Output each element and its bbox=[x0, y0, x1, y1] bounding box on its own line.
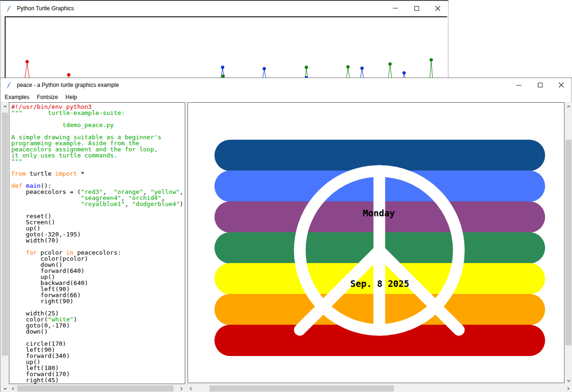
chevron-right-icon bbox=[566, 387, 570, 391]
code-line: from turtle import * bbox=[11, 171, 185, 177]
menu-item-examples[interactable]: Examples bbox=[1, 93, 33, 101]
chevron-down-icon bbox=[567, 379, 571, 383]
code-scrollbar-horizontal[interactable] bbox=[9, 385, 185, 392]
back-window: Python Turtle Graphics bbox=[0, 0, 449, 78]
scrollbar-thumb[interactable] bbox=[565, 140, 572, 345]
sprout-figure bbox=[388, 63, 392, 79]
minimize-icon bbox=[393, 8, 398, 8]
scroll-left-button[interactable] bbox=[9, 385, 17, 392]
chevron-left-icon bbox=[11, 387, 15, 391]
sprout-figure bbox=[305, 66, 308, 79]
menu-item-help[interactable]: Help bbox=[62, 93, 81, 101]
sprout-figure bbox=[25, 60, 29, 79]
code-scrollbar-vertical[interactable] bbox=[1, 102, 9, 385]
scroll-right-button[interactable] bbox=[564, 385, 572, 392]
scroll-up-button[interactable] bbox=[1, 102, 9, 110]
sprout-figure bbox=[346, 65, 350, 79]
canvas-text-label: Monday bbox=[363, 208, 395, 218]
chevron-right-icon bbox=[180, 387, 183, 391]
chevron-down-icon bbox=[3, 387, 7, 391]
code-line: """ turtle-example-suite: bbox=[11, 110, 185, 116]
code-line: """ bbox=[11, 158, 185, 164]
chevron-up-icon bbox=[3, 105, 7, 108]
code-scroll-down-button[interactable] bbox=[1, 385, 9, 392]
code-line: width(70) bbox=[11, 237, 185, 243]
scroll-left-button[interactable] bbox=[187, 385, 195, 392]
tk-feather-icon bbox=[6, 5, 13, 12]
code-line: right(90) bbox=[11, 298, 185, 304]
close-icon bbox=[558, 82, 564, 88]
front-minimize-button[interactable] bbox=[508, 78, 529, 92]
minimize-icon bbox=[516, 85, 521, 86]
code-text: #!/usr/bin/env python3""" turtle-example… bbox=[9, 103, 185, 384]
front-maximize-button[interactable] bbox=[529, 78, 550, 92]
scroll-up-button[interactable] bbox=[565, 102, 572, 110]
front-window-title: peace - a Python turtle graphics example bbox=[17, 82, 119, 88]
desktop: Python Turtle Graphics peace - a Python … bbox=[0, 0, 572, 392]
sprout-figure bbox=[221, 66, 225, 79]
canvas-scrollbar-horizontal[interactable] bbox=[187, 385, 572, 392]
back-minimize-button[interactable] bbox=[385, 1, 406, 15]
menu-item-fontsize[interactable]: Fontsize bbox=[33, 93, 62, 101]
peace-drawing: MondaySep. 8 2025 bbox=[188, 103, 564, 383]
chevron-left-icon bbox=[189, 387, 193, 391]
scrollbar-thumb[interactable] bbox=[17, 385, 174, 392]
scrollbar-thumb[interactable] bbox=[210, 385, 394, 392]
back-titlebar[interactable]: Python Turtle Graphics bbox=[0, 1, 448, 15]
close-icon bbox=[435, 6, 441, 11]
code-line: it only uses turtle commands. bbox=[11, 152, 185, 158]
front-close-button[interactable] bbox=[550, 78, 572, 92]
maximize-icon bbox=[538, 83, 543, 87]
code-line: "royalblue1", "dodgerblue4") bbox=[11, 201, 185, 207]
code-line: down() bbox=[11, 328, 185, 335]
menu-bar: ExamplesFontsizeHelp bbox=[0, 92, 572, 102]
back-window-title: Python Turtle Graphics bbox=[17, 5, 74, 12]
turtle-canvas-front: MondaySep. 8 2025 bbox=[188, 102, 565, 383]
turtle-canvas-back bbox=[5, 16, 447, 79]
canvas-text-label: Sep. 8 2025 bbox=[350, 278, 409, 289]
sprout-figure bbox=[430, 58, 433, 79]
sprouts-drawing bbox=[6, 17, 447, 79]
scrollbar-thumb[interactable] bbox=[2, 113, 8, 356]
maximize-icon bbox=[414, 6, 419, 11]
canvas-scrollbar-vertical[interactable] bbox=[565, 102, 572, 385]
chevron-up-icon bbox=[567, 105, 571, 108]
back-maximize-button[interactable] bbox=[406, 1, 427, 15]
code-line: tdemo_peace.py bbox=[11, 122, 185, 128]
back-close-button[interactable] bbox=[427, 1, 448, 15]
scroll-down-button[interactable] bbox=[565, 377, 572, 385]
code-line: down() bbox=[11, 383, 185, 384]
scroll-right-button[interactable] bbox=[177, 385, 185, 392]
front-titlebar[interactable]: peace - a Python turtle graphics example bbox=[0, 78, 572, 92]
tk-feather-icon bbox=[6, 81, 13, 89]
front-window: peace - a Python turtle graphics example… bbox=[0, 78, 572, 392]
code-pane[interactable]: #!/usr/bin/env python3""" turtle-example… bbox=[9, 102, 185, 384]
